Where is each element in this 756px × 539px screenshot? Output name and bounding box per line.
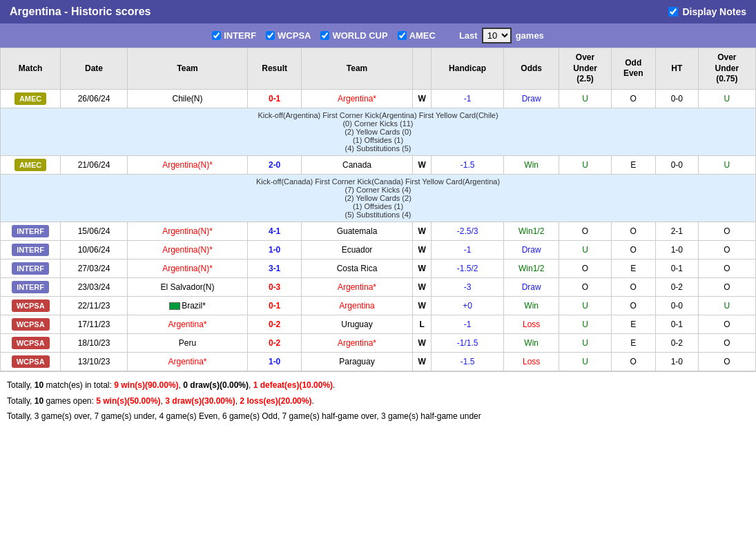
over-under-075: O (698, 222, 755, 240)
match-result: 0-1 (248, 296, 302, 315)
table-row: AMEC21/06/24Argentina(N)*2-0CanadaW-1.5W… (1, 155, 756, 174)
over-under-25: O (559, 259, 611, 277)
header: Argentina - Historic scores Display Note… (0, 0, 756, 23)
win-loss-indicator: W (413, 89, 432, 108)
display-notes-toggle[interactable]: Display Notes (668, 6, 746, 17)
match-result: 2-0 (248, 155, 302, 174)
match-result: 1-0 (248, 240, 302, 259)
odd-even: O (611, 89, 655, 108)
team1-name: Argentina(N)* (127, 240, 247, 259)
over-under-25: U (559, 333, 611, 352)
col-team1: Team (127, 48, 247, 90)
match-badge: INTERF (1, 240, 61, 259)
badge-label: INTERF (12, 281, 49, 293)
odd-even: E (611, 333, 655, 352)
last-games-control: Last 10 20 30 games (459, 28, 544, 43)
match-result: 0-2 (248, 315, 302, 333)
note-content: Kick-off(Argentina) First Corner Kick(Ar… (1, 108, 756, 155)
wcpsa-checkbox[interactable] (266, 31, 275, 40)
odds-value: Draw (503, 89, 559, 108)
team1-name: Peru (127, 333, 247, 352)
over-under-25: U (559, 155, 611, 174)
over-under-25: U (559, 89, 611, 108)
over-under-075: O (698, 240, 755, 259)
odd-even: E (611, 259, 655, 277)
match-badge: INTERF (1, 277, 61, 296)
games-select[interactable]: 10 20 30 (482, 28, 512, 43)
over-under-075: O (698, 333, 755, 352)
odds-value: Draw (503, 277, 559, 296)
odds-value: Draw (503, 240, 559, 259)
col-odds: Odds (503, 48, 559, 90)
match-badge: WCPSA (1, 315, 61, 333)
match-date: 27/03/24 (61, 259, 128, 277)
team1-name: El Salvador(N) (127, 277, 247, 296)
badge-label: WCPSA (12, 300, 50, 312)
badge-label: INTERF (12, 262, 49, 275)
half-time-result: 0-1 (655, 259, 698, 277)
wcpsa-label: WCPSA (278, 30, 311, 41)
col-ou075: OverUnder(0.75) (698, 48, 755, 90)
odd-even: E (611, 315, 655, 333)
half-time-result: 2-1 (655, 222, 698, 240)
amec-checkbox[interactable] (398, 31, 407, 40)
last-label: Last (459, 30, 478, 41)
over-under-25: U (559, 296, 611, 315)
win-loss-indicator: W (413, 222, 432, 240)
note-row: Kick-off(Argentina) First Corner Kick(Ar… (1, 108, 756, 155)
odd-even: O (611, 222, 655, 240)
team2-name: Uruguay (302, 315, 413, 333)
col-match: Match (1, 48, 61, 90)
filter-interf[interactable]: INTERF (212, 30, 256, 41)
team2-name: Costa Rica (302, 259, 413, 277)
over-under-25: U (559, 240, 611, 259)
team1-name: Argentina(N)* (127, 222, 247, 240)
win-loss-indicator: W (413, 155, 432, 174)
table-row: WCPSA18/10/23Peru0-2Argentina*W-1/1.5Win… (1, 333, 756, 352)
half-time-result: 0-2 (655, 333, 698, 352)
over-under-25: O (559, 277, 611, 296)
win-loss-indicator: W (413, 259, 432, 277)
col-w (413, 48, 432, 90)
match-result: 0-3 (248, 277, 302, 296)
summary-line2: Totally, 10 games open: 5 win(s)(50.00%)… (7, 393, 749, 409)
team2-name: Canada (302, 155, 413, 174)
match-result: 3-1 (248, 259, 302, 277)
over-under-25: U (559, 315, 611, 333)
match-result: 1-0 (248, 352, 302, 371)
badge-label: AMEC (14, 159, 46, 171)
over-under-075: U (698, 155, 755, 174)
col-oe: OddEven (611, 48, 655, 90)
team2-name: Argentina* (302, 89, 413, 108)
handicap-value: -1.5 (432, 352, 504, 371)
team1-name: Brazil* (127, 296, 247, 315)
handicap-value: -1 (432, 315, 504, 333)
win-loss-indicator: W (413, 240, 432, 259)
filter-wcpsa[interactable]: WCPSA (266, 30, 311, 41)
filter-bar: INTERF WCPSA WORLD CUP AMEC Last 10 20 3… (0, 23, 756, 48)
odd-even: E (611, 155, 655, 174)
table-row: WCPSA22/11/23Brazil*0-1ArgentinaW+0WinUO… (1, 296, 756, 315)
filter-worldcup[interactable]: WORLD CUP (320, 30, 387, 41)
match-date: 13/10/23 (61, 352, 128, 371)
team2-name: Argentina* (302, 277, 413, 296)
handicap-value: -1 (432, 89, 504, 108)
worldcup-checkbox[interactable] (320, 31, 329, 40)
interf-checkbox[interactable] (212, 31, 221, 40)
half-time-result: 0-0 (655, 296, 698, 315)
main-table: Match Date Team Result Team Handicap Odd… (0, 48, 756, 371)
badge-label: WCPSA (12, 337, 50, 349)
col-team2: Team (302, 48, 413, 90)
brazil-flag-icon (169, 302, 180, 310)
col-handicap: Handicap (432, 48, 504, 90)
filter-amec[interactable]: AMEC (398, 30, 436, 41)
handicap-value: -1.5 (432, 155, 504, 174)
table-row: WCPSA17/11/23Argentina*0-2UruguayL-1Loss… (1, 315, 756, 333)
display-notes-checkbox[interactable] (668, 7, 678, 17)
team2-name: Argentina* (302, 333, 413, 352)
half-time-result: 0-0 (655, 89, 698, 108)
col-ou25: OverUnder(2.5) (559, 48, 611, 90)
handicap-value: -1 (432, 240, 504, 259)
badge-label: INTERF (12, 225, 49, 237)
half-time-result: 1-0 (655, 240, 698, 259)
